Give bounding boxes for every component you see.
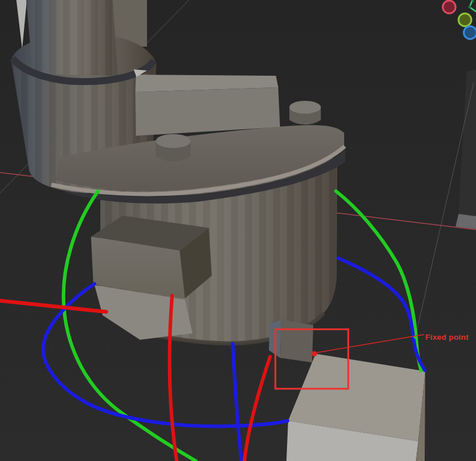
top-block (134, 69, 280, 136)
scene-canvas: Fixed point (0, 0, 476, 461)
3d-viewport[interactable]: Fixed point (0, 0, 476, 461)
plate-peg-left (156, 134, 191, 161)
nav-axis-green-circle[interactable] (459, 13, 471, 26)
side-box (91, 216, 212, 298)
background-floor-patch (456, 214, 476, 229)
fixed-point-label: Fixed point (425, 333, 469, 342)
selection-point-dot (312, 351, 317, 357)
nav-axis-blue-circle[interactable] (464, 26, 476, 39)
plate-peg-right (289, 101, 321, 125)
nav-axis-red-circle[interactable] (443, 1, 456, 13)
